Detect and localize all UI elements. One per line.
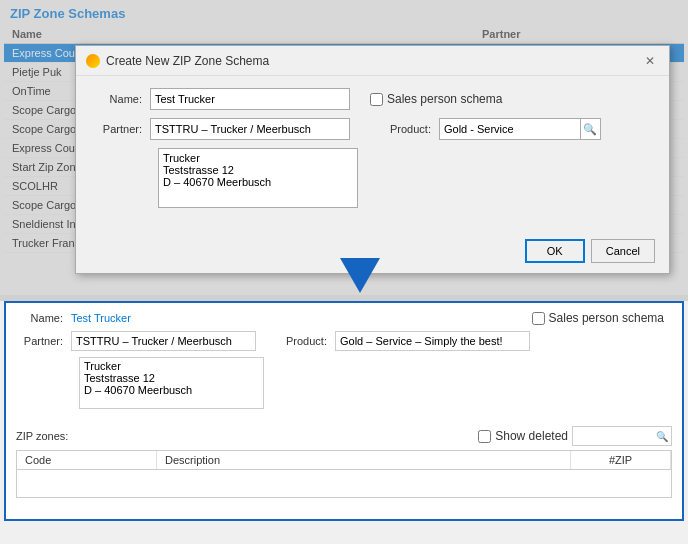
modal-cancel-button[interactable]: Cancel — [591, 239, 655, 263]
modal-body: Name: Sales person schema Partner: Produ… — [76, 76, 669, 233]
bottom-product-wrapper: Product: — [286, 331, 530, 351]
arrow-container — [340, 258, 380, 293]
top-panel: ZIP Zone Schemas Name Partner Express Co… — [0, 0, 688, 295]
zip-zones-label: ZIP zones: — [16, 430, 81, 442]
modal-product-input[interactable] — [440, 121, 580, 137]
modal-close-button[interactable]: ✕ — [641, 52, 659, 70]
arrow-down — [340, 258, 380, 293]
modal-partner-label: Partner: — [90, 123, 150, 135]
bottom-partner-label: Partner: — [16, 335, 71, 347]
bottom-product-label: Product: — [286, 335, 335, 347]
create-zip-schema-modal: Create New ZIP Zone Schema ✕ Name: Sales… — [75, 45, 670, 274]
bottom-sales-schema-label: Sales person schema — [549, 311, 664, 325]
zip-table-body — [16, 470, 672, 498]
show-deleted-checkbox[interactable] — [478, 430, 491, 443]
modal-product-input-wrapper: 🔍 — [439, 118, 601, 140]
modal-title-bar: Create New ZIP Zone Schema ✕ — [76, 46, 669, 76]
modal-product-search-button[interactable]: 🔍 — [580, 119, 600, 139]
modal-name-label: Name: — [90, 93, 150, 105]
zip-search-wrapper: 🔍 — [572, 426, 672, 446]
modal-icon — [86, 54, 100, 68]
bottom-address-textarea[interactable]: Trucker Teststrasse 12 D – 40670 Meerbus… — [79, 357, 264, 409]
zip-search-input[interactable] — [573, 428, 653, 444]
modal-sales-schema-checkbox[interactable] — [370, 93, 383, 106]
show-deleted-label: Show deleted — [478, 429, 568, 443]
modal-name-row: Name: Sales person schema — [90, 88, 655, 110]
zip-search-icon: 🔍 — [653, 431, 671, 442]
modal-ok-button[interactable]: OK — [525, 239, 585, 263]
modal-partner-row: Partner: Product: 🔍 — [90, 118, 655, 140]
zcol-header-zip: #ZIP — [571, 451, 671, 469]
bottom-name-row: Name: Test Trucker Sales person schema — [16, 311, 672, 325]
bottom-name-label: Name: — [16, 312, 71, 324]
bottom-partner-row: Partner: Product: — [16, 331, 672, 351]
modal-product-section: Product: 🔍 — [390, 118, 601, 140]
bottom-sales-schema-wrapper: Sales person schema — [532, 311, 664, 325]
modal-sales-schema-checkbox-wrapper: Sales person schema — [370, 92, 502, 106]
bottom-product-input[interactable] — [335, 331, 530, 351]
zcol-header-code: Code — [17, 451, 157, 469]
bottom-name-value: Test Trucker — [71, 312, 131, 324]
show-deleted-text: Show deleted — [495, 429, 568, 443]
modal-title-label: Create New ZIP Zone Schema — [106, 54, 269, 68]
zip-table-header: Code Description #ZIP — [16, 450, 672, 470]
modal-partner-input[interactable] — [150, 118, 350, 140]
bottom-sales-schema-checkbox[interactable] — [532, 312, 545, 325]
bottom-panel: Name: Test Trucker Sales person schema P… — [4, 301, 684, 521]
modal-title-text: Create New ZIP Zone Schema — [86, 54, 269, 68]
modal-sales-schema-label: Sales person schema — [387, 92, 502, 106]
bottom-partner-input[interactable] — [71, 331, 256, 351]
zcol-header-desc: Description — [157, 451, 571, 469]
modal-product-label: Product: — [390, 123, 439, 135]
zip-table: Code Description #ZIP — [16, 450, 672, 498]
modal-name-input[interactable] — [150, 88, 350, 110]
zip-zones-row: ZIP zones: Show deleted 🔍 — [16, 422, 672, 446]
modal-address-textarea[interactable]: Trucker Teststrasse 12 D – 40670 Meerbus… — [158, 148, 358, 208]
